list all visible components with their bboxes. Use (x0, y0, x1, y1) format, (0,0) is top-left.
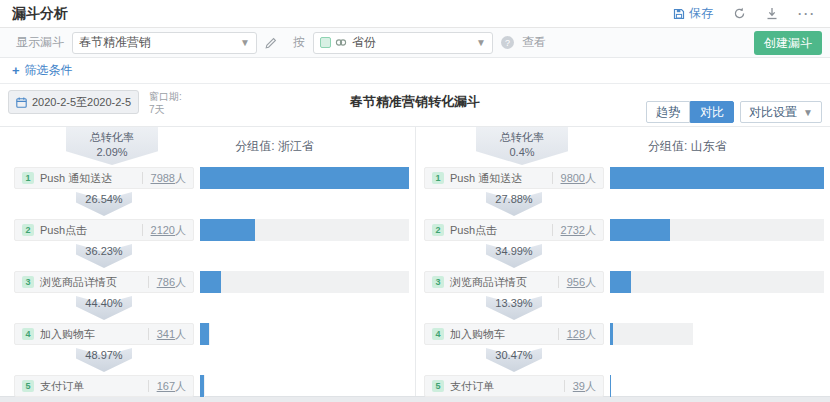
help-icon[interactable]: ? (501, 36, 514, 49)
step-bar-zone (200, 323, 409, 345)
conversion-rate: 26.54% (76, 193, 132, 205)
divider (564, 380, 565, 392)
bar-fill[interactable] (610, 323, 613, 345)
step-count-link[interactable]: 2120人 (151, 223, 186, 238)
compare-settings-button[interactable]: 对比设置 ▼ (740, 101, 822, 123)
conversion-rate: 48.97% (76, 349, 132, 361)
mode-buttons: 趋势 对比 对比设置 ▼ (646, 101, 822, 123)
conversion-rate: 36.23% (76, 245, 132, 257)
step-index-badge: 5 (432, 380, 444, 392)
by-label: 按 (293, 34, 305, 51)
divider (558, 276, 559, 288)
step-name: 加入购物车 (450, 327, 505, 342)
trend-tab[interactable]: 趋势 (646, 101, 690, 123)
conversion-arrow-block: 36.23% (14, 241, 194, 271)
save-button[interactable]: 保存 (673, 5, 713, 22)
total-rate-value: 2.09% (66, 145, 158, 160)
step-count-link[interactable]: 2732人 (561, 223, 596, 238)
refresh-icon[interactable] (733, 7, 746, 20)
group-select-value: 省份 (352, 34, 376, 51)
plus-icon: + (12, 63, 20, 78)
step-count-link[interactable]: 167人 (157, 379, 186, 394)
funnel-select[interactable]: 春节精准营销 ▼ (72, 32, 257, 54)
funnel-step-row: 2Push点击2120人 (14, 219, 409, 241)
conversion-arrow-block: 34.99% (424, 241, 604, 271)
step-count-link[interactable]: 7988人 (151, 171, 186, 186)
bar-fill[interactable] (610, 271, 631, 293)
view-link[interactable]: 查看 (522, 34, 546, 51)
step-bar-zone (200, 375, 409, 397)
bar-fill[interactable] (200, 167, 409, 189)
conversion-arrow-block: 27.88% (424, 189, 604, 219)
divider (552, 224, 553, 236)
conversion-arrow-block: 30.47% (424, 345, 604, 375)
group-by-select[interactable]: 省份 ▼ (313, 32, 493, 54)
step-label-box: 4加入购物车128人 (424, 323, 604, 345)
panel-header: 总转化率 0.4% 分组值: 山东省 (424, 127, 824, 167)
step-count-link[interactable]: 39人 (573, 379, 596, 394)
step-count-link[interactable]: 9800人 (561, 171, 596, 186)
step-count-link[interactable]: 956人 (567, 275, 596, 290)
funnel-steps: 1Push 通知送达7988人26.54%2Push点击2120人36.23%3… (14, 167, 409, 397)
step-index-badge: 1 (432, 172, 444, 184)
step-bar-zone (610, 323, 824, 345)
create-funnel-button[interactable]: 创建漏斗 (754, 31, 822, 55)
step-index-badge: 1 (22, 172, 34, 184)
step-name: 支付订单 (40, 379, 84, 394)
conversion-arrow-block: 44.40% (14, 293, 194, 323)
edit-icon[interactable] (265, 37, 277, 49)
chevron-down-icon: ▼ (232, 37, 250, 48)
conversion-arrow-block: 26.54% (14, 189, 194, 219)
add-filter-link[interactable]: + 筛选条件 (12, 62, 73, 79)
download-icon[interactable] (766, 7, 778, 20)
compare-settings-label: 对比设置 (749, 104, 797, 121)
conversion-arrow-block: 48.97% (14, 345, 194, 375)
step-label-box: 2Push点击2732人 (424, 219, 604, 241)
bar-track (610, 323, 693, 345)
step-bar-zone (200, 167, 409, 189)
bar-fill[interactable] (200, 219, 255, 241)
bar-fill[interactable] (200, 375, 204, 397)
bar-fill[interactable] (610, 167, 824, 189)
bar-fill[interactable] (610, 219, 670, 241)
page-title: 漏斗分析 (12, 5, 68, 23)
toolbar: 显示漏斗 春节精准营销 ▼ 按 省份 ▼ ? 查看 创建漏斗 (0, 28, 830, 58)
bar-track (200, 271, 409, 293)
funnel-step-row: 2Push点击2732人 (424, 219, 824, 241)
step-name: Push点击 (40, 223, 87, 238)
conversion-rate: 13.39% (486, 297, 542, 309)
step-count-link[interactable]: 341人 (157, 327, 186, 342)
step-label-box: 3浏览商品详情页956人 (424, 271, 604, 293)
bar-fill[interactable] (200, 323, 209, 345)
total-conversion-badge: 总转化率 0.4% (476, 127, 568, 165)
step-name: Push 通知送达 (40, 171, 112, 186)
add-filter-label: 筛选条件 (25, 62, 73, 79)
funnel-steps: 1Push 通知送达9800人27.88%2Push点击2732人34.99%3… (424, 167, 824, 397)
funnel-compare-area: 总转化率 2.09% 分组值: 浙江省 1Push 通知送达7988人26.54… (0, 127, 830, 396)
step-bar-zone (610, 375, 824, 397)
funnel-step-row: 4加入购物车128人 (424, 323, 824, 345)
divider (142, 172, 143, 184)
step-label-box: 1Push 通知送达7988人 (14, 167, 194, 189)
bar-fill[interactable] (610, 375, 611, 397)
bar-fill[interactable] (200, 271, 221, 293)
step-index-badge: 3 (22, 276, 34, 288)
step-name: 浏览商品详情页 (40, 275, 117, 290)
conversion-rate: 44.40% (76, 297, 132, 309)
funnel-step-row: 3浏览商品详情页786人 (14, 271, 409, 293)
chevron-down-icon: ▼ (803, 107, 813, 118)
funnel-panel-shandong: 总转化率 0.4% 分组值: 山东省 1Push 通知送达9800人27.88%… (415, 127, 830, 396)
step-label-box: 5支付订单39人 (424, 375, 604, 397)
step-name: 浏览商品详情页 (450, 275, 527, 290)
more-icon[interactable]: ··· (798, 7, 816, 21)
step-count-link[interactable]: 786人 (157, 275, 186, 290)
group-value-label: 分组值: 浙江省 (235, 138, 314, 155)
group-value-label: 分组值: 山东省 (648, 138, 727, 155)
step-label-box: 2Push点击2120人 (14, 219, 194, 241)
divider (558, 328, 559, 340)
step-count-link[interactable]: 128人 (567, 327, 596, 342)
step-label-box: 3浏览商品详情页786人 (14, 271, 194, 293)
step-bar-zone (610, 271, 824, 293)
compare-tab[interactable]: 对比 (690, 101, 734, 123)
total-rate-value: 0.4% (476, 145, 568, 160)
